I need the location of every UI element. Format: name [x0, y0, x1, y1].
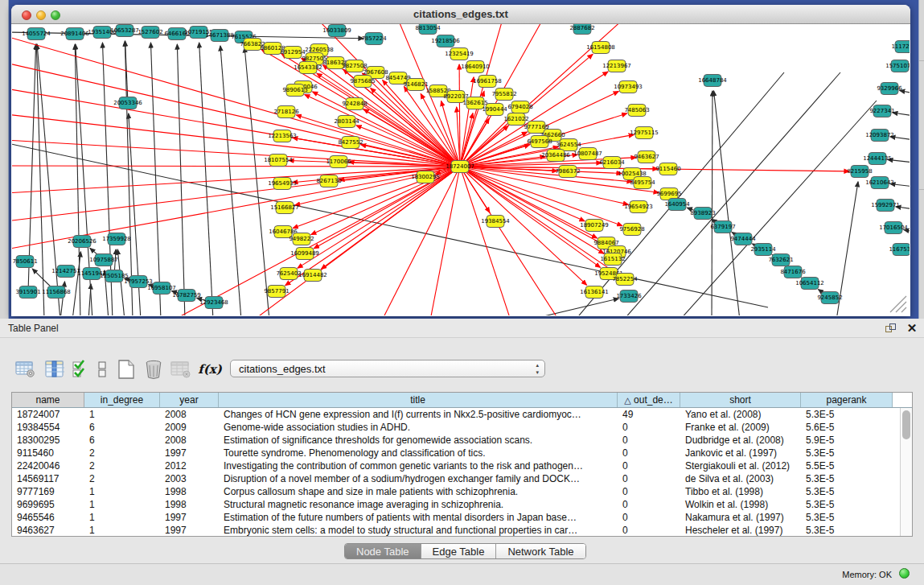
graph-node[interactable]: 19654923: [624, 201, 653, 213]
graph-node[interactable]: 16210643: [865, 177, 894, 189]
cell-year[interactable]: 2003: [160, 472, 219, 485]
graph-node[interactable]: 8267130: [316, 175, 341, 187]
graph-node[interactable]: 1527602: [138, 27, 162, 39]
cell-out_de[interactable]: 0: [618, 498, 680, 511]
graph-node[interactable]: 7857224: [361, 33, 387, 45]
graph-node[interactable]: 2935114: [750, 244, 776, 256]
cell-year[interactable]: 1997: [160, 524, 219, 536]
graph-node[interactable]: 18640910: [461, 61, 490, 73]
cell-out_de[interactable]: 0: [618, 524, 680, 536]
tab-node-table[interactable]: Node Table: [345, 544, 421, 558]
cell-out_de[interactable]: 0: [618, 459, 680, 472]
cell-in_degree[interactable]: 2: [84, 447, 160, 459]
cell-short[interactable]: Hescheler et al. (1997): [680, 524, 801, 536]
network-window-titlebar[interactable]: citations_edges.txt: [11, 5, 910, 24]
cell-name[interactable]: 18300295: [12, 434, 84, 447]
graph-node[interactable]: 16961758: [473, 76, 502, 88]
graph-node[interactable]: 8215958: [847, 166, 872, 178]
cell-in_degree[interactable]: 1: [84, 408, 160, 421]
cell-short[interactable]: Wolkin et al. (1998): [680, 498, 801, 511]
cell-short[interactable]: Dudbridge et al. (2008): [680, 434, 801, 447]
cell-pagerank[interactable]: 5.3E-5: [801, 485, 893, 498]
edge[interactable]: [199, 43, 213, 315]
graph-node[interactable]: 10975887: [89, 254, 118, 266]
cell-pagerank[interactable]: 5.3E-5: [801, 472, 893, 485]
table-row[interactable]: 1830029562008Estimation of significance …: [12, 434, 899, 447]
graph-node[interactable]: 8813054: [415, 24, 441, 35]
cell-year[interactable]: 1998: [160, 498, 219, 511]
edge[interactable]: [12, 166, 460, 167]
graph-node[interactable]: 7632621: [768, 254, 793, 266]
edge[interactable]: [12, 167, 460, 221]
cell-in_degree[interactable]: 1: [84, 498, 160, 511]
select-visible-columns-icon[interactable]: [71, 359, 90, 380]
graph-node[interactable]: 15166827: [270, 202, 299, 214]
graph-node[interactable]: 12923468: [199, 297, 228, 309]
cell-pagerank[interactable]: 5.3E-5: [801, 498, 893, 511]
cell-year[interactable]: 1998: [160, 485, 219, 498]
graph-node[interactable]: 9245852: [817, 292, 842, 304]
cell-in_degree[interactable]: 6: [84, 421, 160, 434]
graph-node[interactable]: 6497568: [527, 136, 552, 148]
graph-node[interactable]: 19384554: [481, 216, 510, 228]
cell-title[interactable]: Disruption of a novel member of a sodium…: [219, 472, 618, 485]
cell-short[interactable]: Nakamura et al. (1997): [680, 511, 801, 524]
table-row[interactable]: 2242004622012Investigating the contribut…: [12, 459, 899, 472]
cell-out_de[interactable]: 49: [618, 408, 680, 421]
cell-out_de[interactable]: 0: [618, 485, 680, 498]
cell-out_de[interactable]: 0: [618, 421, 680, 434]
cell-year[interactable]: 2009: [160, 421, 219, 434]
edge[interactable]: [305, 94, 460, 167]
cell-title[interactable]: Changes of HCN gene expression and I(f) …: [219, 408, 618, 421]
edge[interactable]: [460, 113, 473, 167]
graph-node[interactable]: 18107554: [264, 154, 293, 167]
column-header-pagerank[interactable]: pagerank: [801, 393, 893, 407]
graph-node[interactable]: 9329966: [877, 83, 902, 95]
cell-year[interactable]: 1997: [160, 447, 219, 459]
cell-pagerank[interactable]: 5.9E-5: [801, 434, 893, 447]
cell-title[interactable]: Embryonic stem cells: a model to study s…: [219, 524, 618, 536]
cell-pagerank[interactable]: 5.6E-5: [801, 421, 893, 434]
graph-node[interactable]: 6379197: [710, 221, 735, 233]
graph-node[interactable]: 9227341: [869, 105, 894, 117]
column-header-name[interactable]: name: [12, 393, 84, 407]
table-row[interactable]: 969969511998Structural magnetic resonanc…: [12, 498, 899, 511]
cell-in_degree[interactable]: 1: [84, 485, 160, 498]
cell-out_de[interactable]: 0: [618, 447, 680, 459]
graph-node[interactable]: 16782759: [172, 290, 201, 302]
graph-node[interactable]: 8938923: [690, 208, 715, 220]
table-row[interactable]: 946554611997Estimation of the future num…: [12, 511, 899, 524]
column-header-in_degree[interactable]: in_degree: [84, 393, 160, 407]
graph-node[interactable]: 10973493: [614, 81, 643, 93]
graph-node[interactable]: 18300295: [411, 171, 440, 183]
table-row[interactable]: 1938455462009Genome-wide association stu…: [12, 421, 899, 434]
edge[interactable]: [460, 167, 604, 253]
graph-node[interactable]: 2887682: [569, 24, 594, 35]
cell-in_degree[interactable]: 1: [84, 511, 160, 524]
graph-node[interactable]: 15751074: [885, 60, 910, 72]
graph-node[interactable]: 2803144: [334, 116, 359, 128]
graph-node[interactable]: 12975115: [630, 127, 659, 139]
table-row[interactable]: 1456911722003Disruption of a novel membe…: [12, 472, 899, 485]
table-settings-icon[interactable]: [14, 359, 37, 380]
cell-year[interactable]: 2008: [160, 408, 219, 421]
edge[interactable]: [460, 167, 587, 285]
graph-node[interactable]: 12213967: [602, 60, 631, 72]
table-row[interactable]: 977716911998Corpus callosum shape and si…: [12, 485, 899, 498]
cell-out_de[interactable]: 0: [618, 511, 680, 524]
edge[interactable]: [527, 299, 618, 315]
graph-node[interactable]: 6794028: [507, 101, 532, 113]
cell-name[interactable]: 9465546: [12, 511, 84, 524]
cell-pagerank[interactable]: 5.3E-5: [801, 524, 893, 536]
cell-in_degree[interactable]: 2: [84, 472, 160, 485]
graph-node[interactable]: 7485063: [624, 105, 649, 117]
graph-node[interactable]: 3915901: [15, 286, 40, 299]
cell-title[interactable]: Structural magnetic resonance image aver…: [219, 498, 618, 511]
graph-node[interactable]: 14055724: [22, 28, 51, 40]
float-panel-icon[interactable]: [885, 323, 896, 334]
graph-node[interactable]: 1615132: [600, 253, 625, 266]
close-panel-icon[interactable]: ✕: [906, 322, 918, 335]
cell-in_degree[interactable]: 1: [84, 524, 160, 536]
edge[interactable]: [460, 167, 622, 226]
column-header-title[interactable]: title: [219, 393, 618, 407]
